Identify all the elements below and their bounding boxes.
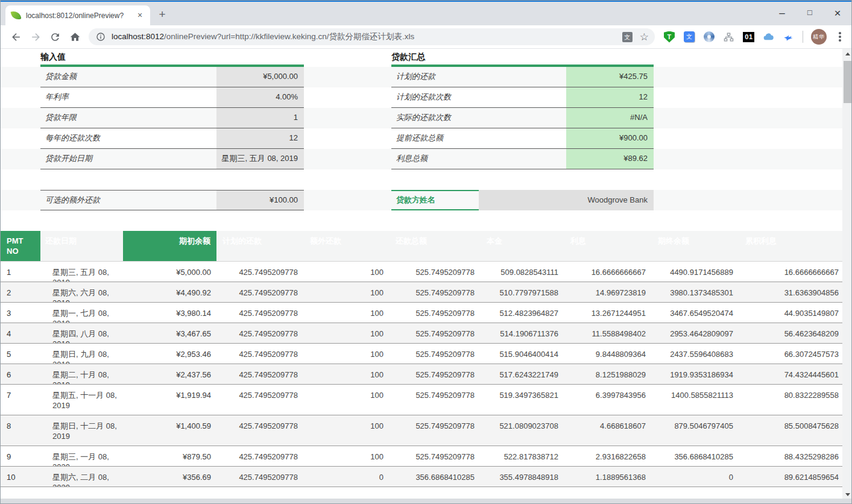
table-cell: 星期二, 十月 08, 2019 [40,364,123,384]
table-cell: 425.7495209778 [216,385,304,415]
table-row: 6星期二, 十月 08, 2019¥2,437.56425.7495209778… [1,364,842,385]
input-row: 利息总额¥89.62 [391,149,654,169]
table-cell: 星期五, 十一月 08, 2019 [40,385,123,415]
row-label: 计划的还款 [391,67,566,87]
row-value: 4.00% [216,87,304,107]
minimize-button[interactable]: – [768,1,796,25]
back-button[interactable] [8,28,24,45]
bird-extension-icon[interactable] [783,31,795,43]
table-cell: 356.6868410285 [652,446,739,466]
table-cell: 星期三, 五月 08, 2019 [40,262,123,282]
row-label: 年利率 [40,87,216,107]
bookmark-star-icon[interactable]: ☆ [640,32,649,42]
browser-tab[interactable]: localhost:8012/onlinePreview? × [5,5,150,25]
badge-01-extension-icon[interactable]: 01 [743,31,755,43]
swirl-extension-icon[interactable] [703,31,715,43]
table-cell: 14.969723819 [564,282,652,302]
row-label: 计划的还款次数 [391,87,566,107]
scrollbar-up-arrow[interactable] [842,49,852,59]
kkfileview-leaf-favicon [11,10,22,21]
table-cell: 355.4978848918 [481,467,564,487]
table-cell: 10 [1,467,40,487]
table-cell: 星期四, 八月 08, 2019 [40,323,123,343]
table-cell: 星期六, 二月 08, 2020 [40,467,123,487]
summary-rows: 计划的还款¥425.75计划的还款次数12实际的还款次数#N/A提前还款总额¥9… [391,67,654,169]
table-cell: 525.7495209778 [390,303,481,323]
table-cell: 425.7495209778 [216,446,304,466]
row-label: 贷款年限 [40,108,216,128]
table-cell: ¥4,490.92 [123,282,216,302]
table-cell: 8 [1,415,40,446]
close-button[interactable]: × [824,1,851,25]
vertical-scrollbar[interactable] [842,49,852,500]
url-path: /onlinePreview?url=http://kkfileview.kek… [164,32,414,41]
maximize-button[interactable]: □ [796,1,824,25]
cloud-extension-icon[interactable] [763,31,775,43]
translate-extension-icon[interactable]: 文 [683,31,695,43]
table-cell: 9.8448809364 [564,344,652,364]
scrollbar-thumb[interactable] [844,61,851,103]
column-header: 期终余额 [652,231,739,261]
toolbar-divider [803,31,803,43]
column-header: 额外还款 [304,231,390,261]
table-cell: 525.7495209778 [390,323,481,343]
tab-close-icon[interactable]: × [134,10,145,21]
row-label: 利息总额 [391,149,566,169]
row-value: 1 [216,108,304,128]
table-cell: ¥2,953.46 [123,344,216,364]
page-info-icon[interactable] [96,32,106,42]
input-row: 贷款开始日期星期三, 五月 08, 2019 [40,149,304,169]
table-cell: 521.0809023708 [481,415,564,446]
table-cell: 425.7495209778 [216,364,304,384]
table-cell: 356.6868410285 [390,467,481,487]
window-controls: – □ × [768,1,851,25]
table-cell: 2953.4642809097 [652,323,739,343]
table-cell: 11.5588498402 [564,323,652,343]
table-row: 8星期日, 十二月 08, 2019¥1,400.59425.749520977… [1,415,842,446]
loan-summary-section: 贷款汇总 计划的还款¥425.75计划的还款次数12实际的还款次数#N/A提前还… [391,52,654,210]
sitemap-extension-icon[interactable] [723,31,735,43]
address-bar[interactable]: localhost:8012/onlinePreview?url=http://… [89,28,655,45]
table-cell: 4490.9171456889 [652,262,739,282]
row-label: 实际的还款次数 [391,108,566,128]
input-row: 提前还款总额¥900.00 [391,128,654,149]
table-cell: 2 [1,282,40,302]
table-cell: 2437.5596408683 [652,344,739,364]
row-label: 提前还款总额 [391,128,566,148]
input-row: 每年的还款次数12 [40,128,304,149]
lender-label: 贷款方姓名 [391,190,479,210]
translate-page-icon[interactable]: 文 [622,32,633,42]
table-cell: 525.7495209778 [390,415,481,446]
shield-extension-icon[interactable]: T [663,31,675,43]
table-cell: 4.668618607 [564,415,652,446]
input-row: 年利率4.00% [40,87,304,108]
row-label: 贷款开始日期 [40,149,216,169]
url-host: localhost:8012 [112,32,164,41]
profile-avatar[interactable]: 精华 [811,29,827,45]
table-cell: 100 [304,344,390,364]
new-tab-button[interactable]: + [154,7,171,24]
table-row: 9星期三, 一月 08, 2020¥879.50425.749520977810… [1,446,842,467]
table-cell: 425.7495209778 [216,262,304,282]
table-cell: 4 [1,323,40,343]
table-cell: 100 [304,323,390,343]
home-button[interactable] [66,28,83,45]
extra-payment-row: 可选的额外还款 ¥100.00 [40,190,304,210]
table-cell: ¥2,437.56 [123,364,216,384]
row-value: ¥900.00 [566,128,654,148]
reload-button[interactable] [47,28,63,45]
table-cell: ¥1,400.59 [123,415,216,446]
table-row: 10星期六, 二月 08, 2020¥356.69425.74952097780… [1,467,842,487]
table-cell: ¥1,919.94 [123,385,216,415]
row-value: ¥425.75 [566,67,654,87]
table-cell: 16.6666666667 [564,262,652,282]
chrome-menu-icon[interactable] [835,31,845,43]
table-cell: 星期一, 七月 08, 2019 [40,303,123,323]
window-bottom-edge [1,499,852,503]
section-title: 贷款汇总 [391,52,654,65]
table-cell: 0 [304,467,390,487]
table-cell: ¥3,980.14 [123,303,216,323]
forward-button[interactable] [27,28,43,45]
column-header: 累积利息 [739,231,842,261]
table-cell: 100 [304,415,390,446]
